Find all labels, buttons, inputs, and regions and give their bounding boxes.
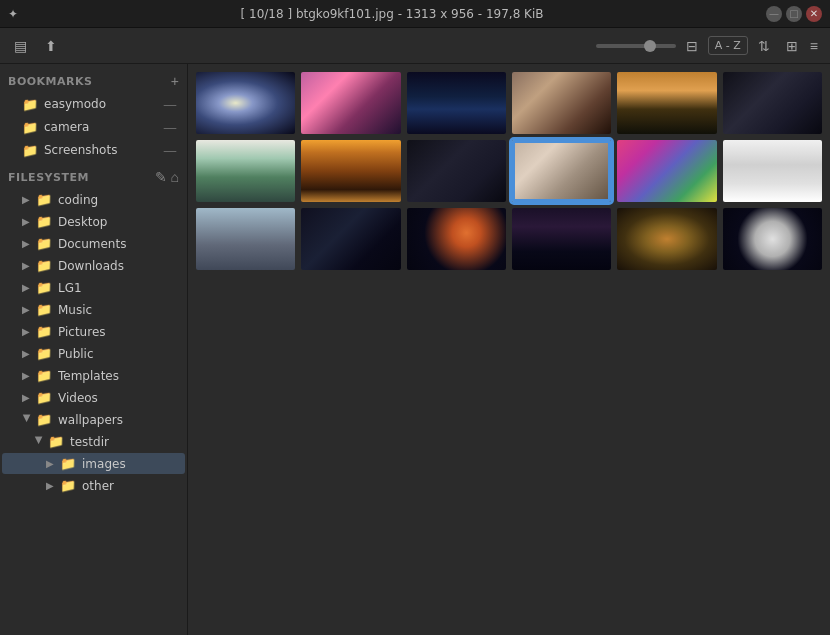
thumbnail-img9[interactable] <box>407 140 506 202</box>
sidebar-item-other[interactable]: ▶ 📁 other <box>2 475 185 496</box>
sidebar-item-label: Music <box>58 303 92 317</box>
sidebar: BOOKMARKS + 📁 easymodo — 📁 camera — 📁 Sc… <box>0 64 188 635</box>
bookmarks-label: BOOKMARKS <box>8 75 93 88</box>
sidebar-item-images[interactable]: ▶ 📁 images <box>2 453 185 474</box>
sidebar-item-label: Desktop <box>58 215 108 229</box>
thumbnail-size-slider[interactable] <box>596 44 676 48</box>
list-view-button[interactable]: ≡ <box>806 36 822 56</box>
folder-icon: 📁 <box>36 324 52 339</box>
thumbnail-img6[interactable] <box>723 72 822 134</box>
thumbnail-img13[interactable] <box>196 208 295 270</box>
thumbnail-img3[interactable] <box>407 72 506 134</box>
folder-icon: 📁 <box>36 412 52 427</box>
sidebar-item-videos[interactable]: ▶ 📁 Videos <box>2 387 185 408</box>
sidebar-item-easymodo[interactable]: 📁 easymodo — <box>2 93 185 115</box>
sidebar-item-label: camera <box>44 120 89 134</box>
panel-toggle-button[interactable]: ▤ <box>8 35 33 57</box>
thumbnail-img5[interactable] <box>617 72 716 134</box>
folder-icon: 📁 <box>60 478 76 493</box>
view-toggle: ⊞ ≡ <box>782 36 822 56</box>
thumbnail-img1[interactable] <box>196 72 295 134</box>
expand-arrow-icon: ▶ <box>22 238 32 249</box>
filesystem-actions: ✎ ⌂ <box>155 170 179 184</box>
folder-icon: 📁 <box>60 456 76 471</box>
filesystem-section-header: FILESYSTEM ✎ ⌂ <box>0 166 187 188</box>
expand-arrow-icon: ▶ <box>22 260 32 271</box>
thumbnail-img7[interactable] <box>196 140 295 202</box>
expand-arrow-icon: ▶ <box>22 194 32 205</box>
sidebar-item-label: testdir <box>70 435 109 449</box>
folder-icon: 📁 <box>36 390 52 405</box>
sidebar-item-public[interactable]: ▶ 📁 Public <box>2 343 185 364</box>
folder-icon: 📁 <box>36 236 52 251</box>
folder-icon: 📁 <box>36 192 52 207</box>
thumbnail-img4[interactable] <box>512 72 611 134</box>
upload-button[interactable]: ⬆ <box>39 35 63 57</box>
sidebar-item-desktop[interactable]: ▶ 📁 Desktop <box>2 211 185 232</box>
main-layout: BOOKMARKS + 📁 easymodo — 📁 camera — 📁 Sc… <box>0 64 830 635</box>
thumbnail-img16[interactable] <box>512 208 611 270</box>
thumbnail-img2[interactable] <box>301 72 400 134</box>
thumbnail-img15[interactable] <box>407 208 506 270</box>
sidebar-item-documents[interactable]: ▶ 📁 Documents <box>2 233 185 254</box>
thumbnail-img18[interactable] <box>723 208 822 270</box>
sidebar-item-lg1[interactable]: ▶ 📁 LG1 <box>2 277 185 298</box>
sidebar-item-label: Screenshots <box>44 143 117 157</box>
slider-handle <box>644 40 656 52</box>
close-button[interactable]: ✕ <box>806 6 822 22</box>
sort-direction-button[interactable]: ⇅ <box>752 35 776 57</box>
expand-arrow-icon: ▶ <box>22 304 32 315</box>
filesystem-home-button[interactable]: ⌂ <box>171 170 179 184</box>
sidebar-item-label: Documents <box>58 237 126 251</box>
thumbnail-img14[interactable] <box>301 208 400 270</box>
sidebar-item-screenshots[interactable]: 📁 Screenshots — <box>2 139 185 161</box>
folder-icon: 📁 <box>36 214 52 229</box>
expand-arrow-icon: ▶ <box>34 437 45 447</box>
thumbnail-img8[interactable] <box>301 140 400 202</box>
expand-arrow-icon: ▶ <box>22 415 33 425</box>
expand-arrow-icon: ▶ <box>22 392 32 403</box>
sidebar-item-templates[interactable]: ▶ 📁 Templates <box>2 365 185 386</box>
sidebar-item-downloads[interactable]: ▶ 📁 Downloads <box>2 255 185 276</box>
thumbnail-img10[interactable] <box>512 140 611 202</box>
folder-icon: 📁 <box>22 97 38 112</box>
folder-icon: 📁 <box>22 120 38 135</box>
thumbnail-img17[interactable] <box>617 208 716 270</box>
sidebar-item-action[interactable]: — <box>163 119 177 135</box>
folder-icon: 📁 <box>36 302 52 317</box>
filesystem-edit-button[interactable]: ✎ <box>155 170 167 184</box>
sidebar-item-label: Templates <box>58 369 119 383</box>
sidebar-item-music[interactable]: ▶ 📁 Music <box>2 299 185 320</box>
folder-icon: 📁 <box>36 346 52 361</box>
bookmarks-actions: + <box>171 74 179 88</box>
grid-view-button[interactable]: ⊞ <box>782 36 802 56</box>
filesystem-label: FILESYSTEM <box>8 171 89 184</box>
sort-label[interactable]: A - Z <box>708 36 748 55</box>
sidebar-item-label: easymodo <box>44 97 106 111</box>
thumbnail-img11[interactable] <box>617 140 716 202</box>
folder-icon: 📁 <box>36 258 52 273</box>
filter-button[interactable]: ⊟ <box>680 35 704 57</box>
bookmarks-add-button[interactable]: + <box>171 74 179 88</box>
sidebar-item-testdir[interactable]: ▶ 📁 testdir <box>2 431 185 452</box>
sidebar-item-pictures[interactable]: ▶ 📁 Pictures <box>2 321 185 342</box>
minimize-button[interactable]: — <box>766 6 782 22</box>
folder-icon: 📁 <box>36 368 52 383</box>
sort-controls: ⊟ A - Z ⇅ <box>596 35 776 57</box>
sidebar-item-action[interactable]: — <box>163 142 177 158</box>
expand-arrow-icon: ▶ <box>22 282 32 293</box>
sidebar-item-label: wallpapers <box>58 413 123 427</box>
sidebar-item-wallpapers[interactable]: ▶ 📁 wallpapers <box>2 409 185 430</box>
maximize-button[interactable]: □ <box>786 6 802 22</box>
sidebar-item-label: coding <box>58 193 98 207</box>
thumbnail-img12[interactable] <box>723 140 822 202</box>
expand-arrow-icon: ▶ <box>22 216 32 227</box>
sidebar-item-action[interactable]: — <box>163 96 177 112</box>
sidebar-item-camera[interactable]: 📁 camera — <box>2 116 185 138</box>
folder-icon: 📁 <box>36 280 52 295</box>
sidebar-item-coding[interactable]: ▶ 📁 coding <box>2 189 185 210</box>
bookmarks-section-header: BOOKMARKS + <box>0 70 187 92</box>
sidebar-item-label: Downloads <box>58 259 124 273</box>
window-controls: — □ ✕ <box>766 6 822 22</box>
sidebar-item-label: other <box>82 479 114 493</box>
